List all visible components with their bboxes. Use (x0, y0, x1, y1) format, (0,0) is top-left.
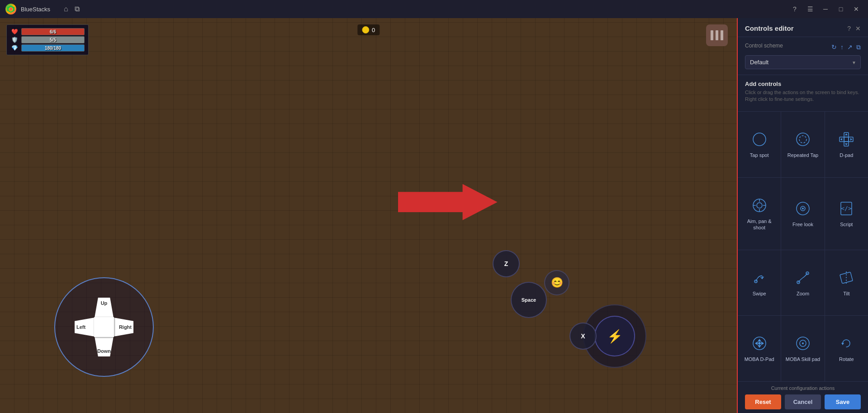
space-button[interactable]: Space (511, 282, 547, 318)
pause-button[interactable] (706, 24, 728, 46)
gold-icon (362, 26, 369, 33)
dpad-right[interactable]: Right (111, 317, 133, 337)
svg-point-39 (802, 342, 804, 344)
add-controls-section: Add controls Click or drag the actions o… (738, 75, 868, 111)
home-icon[interactable]: ⌂ (64, 5, 68, 13)
free-look-label: Free look (792, 221, 813, 228)
pause-bar-3 (721, 30, 723, 40)
tap-spot-icon (750, 130, 768, 148)
reset-button[interactable]: Reset (745, 394, 781, 409)
moba-skill-pad-icon (794, 334, 812, 352)
diamond-icon: 💎 (10, 44, 19, 52)
d-pad-icon (837, 130, 855, 148)
d-pad-label: D-pad (840, 152, 853, 158)
scheme-copy-icon[interactable]: ⧉ (856, 43, 861, 51)
svg-point-3 (753, 133, 766, 146)
hud-container: ❤️ 6/6 🛡️ 5/5 💎 (6, 24, 89, 55)
svg-point-16 (757, 203, 762, 208)
svg-marker-13 (840, 138, 842, 141)
control-item-rotate[interactable]: Rotate (825, 316, 868, 381)
svg-marker-40 (841, 343, 844, 345)
window-icon[interactable]: ⧉ (75, 5, 80, 13)
gold-amount: 0 (372, 27, 375, 33)
moba-d-pad-icon (750, 334, 768, 352)
control-item-d-pad[interactable]: D-pad (825, 112, 868, 177)
svg-marker-32 (758, 339, 761, 342)
red-arrow-indicator (398, 184, 498, 220)
svg-point-23 (802, 208, 804, 209)
svg-point-5 (799, 136, 806, 143)
cancel-button[interactable]: Cancel (785, 394, 821, 409)
svg-marker-35 (761, 342, 764, 345)
controls-panel: Controls editor ? ✕ Control scheme ↻ ↑ ↗… (737, 18, 868, 413)
control-item-free-look[interactable]: Free look (781, 178, 824, 250)
hp-row: ❤️ 6/6 (10, 28, 85, 36)
control-item-swipe[interactable]: Swipe (738, 250, 781, 316)
scheme-icons: ↻ ↑ ↗ ⧉ (831, 43, 861, 51)
hp-bar: 6/6 (21, 28, 85, 35)
control-item-aim-pan-shoot[interactable]: Aim, pan & shoot (738, 178, 781, 250)
add-controls-title: Add controls (745, 81, 861, 87)
pause-icon (711, 30, 723, 40)
dpad-down[interactable]: Down (94, 334, 114, 356)
control-item-zoom[interactable]: Zoom (781, 250, 824, 316)
panel-buttons: Reset Cancel Save (745, 394, 861, 409)
mp-row: 🛡️ 5/5 (10, 36, 85, 44)
help-button[interactable]: ? (788, 3, 801, 15)
heart-icon: ❤️ (10, 28, 19, 36)
menu-button[interactable]: ☰ (804, 3, 816, 15)
arrow-shape (398, 184, 498, 220)
title-bar-controls: ? ☰ ─ □ ✕ (788, 3, 863, 15)
panel-help-icon[interactable]: ? (847, 25, 851, 32)
save-button[interactable]: Save (825, 394, 861, 409)
free-look-icon (794, 199, 812, 218)
zoom-label: Zoom (797, 290, 809, 297)
emoji-button[interactable]: 😊 (544, 270, 569, 295)
dpad-circle[interactable]: Up Down Left Right (54, 277, 154, 377)
aim-pan-shoot-icon (750, 196, 768, 214)
rotate-label: Rotate (839, 356, 854, 362)
control-item-repeated-tap[interactable]: Repeated Tap (781, 112, 824, 177)
close-button[interactable]: ✕ (850, 3, 863, 15)
mp-bar: 5/5 (21, 36, 85, 43)
svg-rect-10 (844, 137, 849, 142)
svg-marker-33 (758, 345, 761, 348)
x-button[interactable]: X (569, 323, 597, 350)
tap-spot-label: Tap spot (750, 152, 769, 158)
app-title: BlueStacks (21, 6, 50, 13)
sp-bar: 180/180 (21, 44, 85, 52)
gold-display: 0 (357, 24, 379, 35)
scheme-export-icon[interactable]: ↑ (840, 43, 844, 51)
tilt-label: Tilt (843, 290, 849, 297)
scheme-select[interactable]: Default (745, 55, 861, 69)
svg-marker-11 (845, 133, 848, 135)
dpad-center (94, 317, 114, 337)
control-item-moba-d-pad[interactable]: MOBA D-Pad (738, 316, 781, 381)
swipe-icon (750, 269, 768, 287)
add-controls-desc: Click or drag the actions on the screen … (745, 89, 861, 103)
control-item-moba-skill-pad[interactable]: MOBA Skill pad (781, 316, 824, 381)
rotate-icon (837, 334, 855, 352)
pause-bar-2 (716, 30, 718, 40)
svg-point-2 (9, 8, 12, 10)
title-bar: BlueStacks ⌂ ⧉ ? ☰ ─ □ ✕ (0, 0, 868, 18)
controls-grid: Tap spot Repeated Tap (738, 111, 868, 381)
control-scheme-section: Control scheme ↻ ↑ ↗ ⧉ Default (738, 37, 868, 75)
scheme-upload-icon[interactable]: ↻ (831, 43, 837, 51)
z-button[interactable]: Z (493, 250, 520, 277)
bluestacks-logo (5, 4, 16, 14)
repeated-tap-label: Repeated Tap (787, 152, 818, 158)
pause-bar-1 (711, 30, 713, 40)
mp-fill: 5/5 (22, 37, 84, 43)
scheme-import-icon[interactable]: ↗ (847, 43, 853, 51)
minimize-button[interactable]: ─ (819, 3, 832, 15)
svg-marker-12 (845, 143, 848, 145)
control-item-tap-spot[interactable]: Tap spot (738, 112, 781, 177)
sp-row: 💎 180/180 (10, 44, 85, 52)
panel-close-icon[interactable]: ✕ (855, 25, 861, 32)
control-item-tilt[interactable]: Tilt (825, 250, 868, 316)
hp-fill: 6/6 (22, 28, 84, 35)
maximize-button[interactable]: □ (835, 3, 847, 15)
panel-header-icons: ? ✕ (847, 25, 861, 32)
control-item-script[interactable]: </> Script (825, 178, 868, 250)
